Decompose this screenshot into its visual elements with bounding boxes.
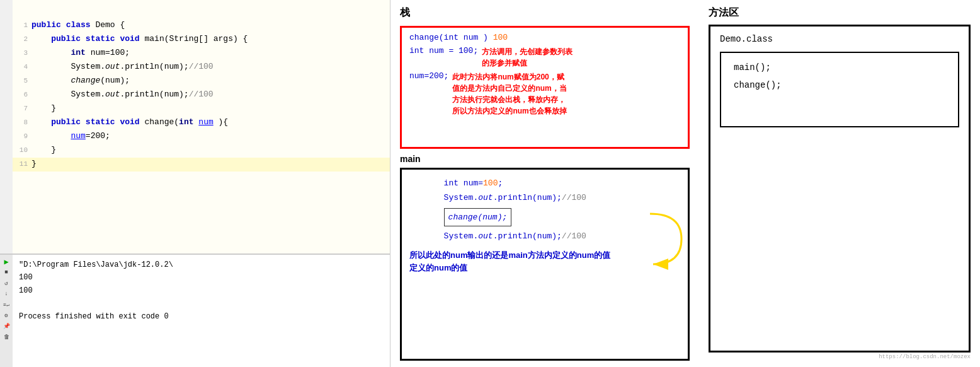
method-main: main();	[734, 62, 945, 73]
line-number-9: 9	[13, 131, 31, 143]
console-area: ▶ ■ ↺ ↓ ≡↵ ⚙ 📌 🗑 "D:\Program Files\Java\…	[0, 253, 390, 367]
editor-panel: 1 public class Demo { 2 public static vo…	[0, 0, 390, 367]
line-content-6: System.out.println(num);//100	[31, 88, 385, 102]
line-content-11: }	[31, 158, 385, 171]
line-number-1: 1	[13, 20, 31, 32]
line-content-3: int num=100;	[31, 47, 385, 60]
code-line-10: 10 }	[13, 144, 390, 158]
stack-num-200-annotation: 此时方法内将num赋值为200，赋值的是方法内自己定义的num，当方法执行完就会…	[452, 71, 566, 117]
yellow-arrow-svg	[644, 207, 694, 271]
main-println2: System.out.println(num);//100	[409, 229, 680, 243]
code-line-7: 7 }	[13, 102, 390, 116]
stack-main-box: int num=100; System.out.println(num);//1…	[400, 168, 690, 361]
scroll-down-icon[interactable]: ↓	[2, 289, 11, 298]
code-line	[13, 5, 390, 19]
line-number-11: 11	[13, 159, 31, 170]
code-line-9: 9 num=200;	[13, 130, 390, 144]
code-line-11: 11 }	[13, 158, 390, 172]
main-change-row: change(num);	[409, 208, 680, 226]
line-number-4: 4	[13, 62, 31, 73]
line-number-6: 6	[13, 90, 31, 101]
trash-icon[interactable]: 🗑	[2, 332, 11, 341]
pin-icon[interactable]: 📌	[2, 322, 11, 330]
method-area-title: 方法区	[709, 6, 971, 20]
stack-panel: 栈 change(int num ) 100 int num = 100; 方法…	[390, 0, 699, 367]
code-line-4: 4 System.out.println(num);//100	[13, 61, 390, 74]
settings-icon[interactable]: ⚙	[2, 311, 11, 320]
console-output1: 100	[19, 271, 384, 284]
num-200-row: num=200; 此时方法内将num赋值为200，赋值的是方法内自己定义的num…	[409, 71, 680, 117]
line-content-5: change(num);	[31, 74, 385, 88]
stack-main-content: int num=100; System.out.println(num);//1…	[409, 176, 680, 244]
wrap-icon[interactable]: ≡↵	[2, 300, 11, 309]
line-content-7: }	[31, 102, 385, 115]
console-path: "D:\Program Files\Java\jdk-12.0.2\	[19, 259, 384, 271]
console-sidebar: ▶ ■ ↺ ↓ ≡↵ ⚙ 📌 🗑	[0, 255, 13, 367]
line-content-4: System.out.println(num);//100	[31, 61, 385, 74]
line-content-8: public static void change(int num ){	[31, 116, 385, 129]
breakpoint-icon-2	[1, 26, 11, 37]
stack-note-text: 所以此处的num输出的还是main方法内定义的num的值	[409, 250, 610, 260]
line-content-10: }	[31, 144, 385, 157]
breakpoint-icon-4	[1, 49, 11, 59]
console-output2: 100	[19, 284, 384, 297]
line-number-5: 5	[13, 76, 31, 87]
breakpoint-icon	[1, 15, 11, 25]
code-line-1: 1 public class Demo {	[13, 19, 390, 33]
main-change-box: change(num);	[444, 208, 512, 226]
method-panel: 方法区 Demo.class main(); change(); https:/…	[699, 0, 980, 367]
method-spacer	[720, 132, 959, 343]
watermark: https://blog.csdn.net/mozex	[709, 354, 971, 360]
int-num-row: int num = 100; 方法调用，先创建参数列表的形参并赋值	[409, 46, 680, 69]
line-content-1: public class Demo {	[31, 19, 385, 32]
stack-change-header: change(int num ) 100	[409, 33, 680, 42]
stack-annotation-title: 方法调用，先创建参数列表的形参并赋值	[482, 46, 573, 69]
method-inner-box: main(); change();	[720, 52, 959, 127]
left-sidebar	[0, 0, 13, 253]
code-area: 1 public class Demo { 2 public static vo…	[13, 0, 390, 253]
stack-int-line: int num = 100;	[409, 46, 478, 55]
code-line-6: 6 System.out.println(num);//100	[13, 88, 390, 102]
console-finish: Process finished with exit code 0	[19, 310, 384, 323]
console-content: "D:\Program Files\Java\jdk-12.0.2\ 100 1…	[13, 255, 390, 367]
stack-note-line2: 定义的num的值	[409, 263, 467, 272]
rerun-icon[interactable]: ↺	[2, 279, 11, 288]
line-content-9: num=200;	[31, 130, 385, 143]
code-line-2: 2 public static void main(String[] args)…	[13, 33, 390, 47]
method-outer-box: Demo.class main(); change();	[709, 25, 971, 352]
method-class-label: Demo.class	[720, 34, 959, 44]
line-content-2: public static void main(String[] args) {	[31, 33, 385, 46]
line-number-3: 3	[13, 48, 31, 59]
stack-title: 栈	[400, 6, 690, 20]
line-number-7: 7	[13, 103, 31, 115]
stack-main-label: main	[400, 154, 690, 164]
stack-num-200: num=200;	[409, 71, 448, 81]
code-line-3: 3 int num=100;	[13, 47, 390, 61]
method-change: change();	[734, 80, 945, 90]
code-editor-wrapper: 1 public class Demo { 2 public static vo…	[0, 0, 390, 253]
run-icon[interactable]: ▶	[2, 257, 11, 266]
main-println1: System.out.println(num);//100	[409, 190, 680, 205]
console-empty	[19, 297, 384, 310]
breakpoint-icon-3	[1, 38, 11, 48]
line-number-10: 10	[13, 145, 31, 156]
line-number-8: 8	[13, 117, 31, 129]
main-int-num: int num=100;	[409, 176, 680, 190]
stack-change-box: change(int num ) 100 int num = 100; 方法调用…	[400, 26, 690, 149]
line-number-2: 2	[13, 34, 31, 45]
stack-note: 所以此处的num输出的还是main方法内定义的num的值 定义的num的值	[409, 249, 680, 276]
code-line-8: 8 public static void change(int num ){	[13, 116, 390, 130]
stop-icon[interactable]: ■	[2, 268, 11, 277]
code-line-5: 5 change(num);	[13, 74, 390, 88]
